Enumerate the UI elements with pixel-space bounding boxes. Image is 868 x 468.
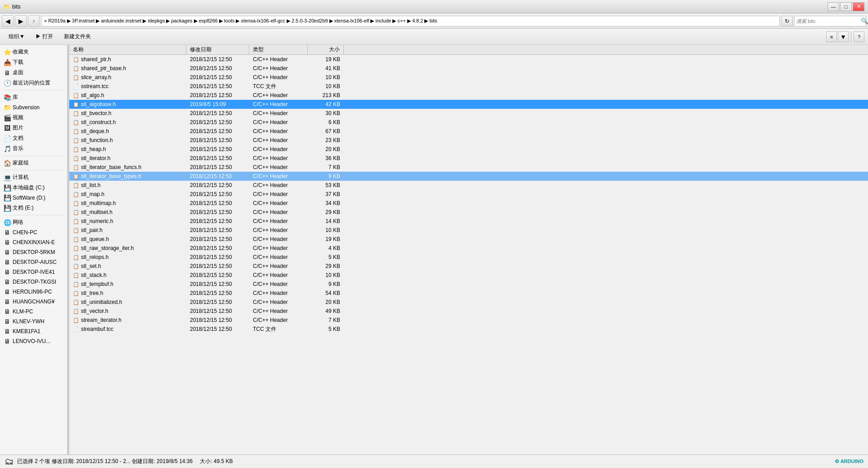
- minimize-button[interactable]: —: [828, 2, 839, 11]
- file-date-cell: 2018/12/15 12:50: [186, 209, 249, 216]
- table-row[interactable]: 📋 stl_heap.h 2018/12/15 12:50 C/C++ Head…: [69, 145, 868, 154]
- table-row[interactable]: 📋 stl_raw_storage_iter.h 2018/12/15 12:5…: [69, 244, 868, 253]
- search-input[interactable]: [795, 18, 861, 24]
- table-row[interactable]: 📋 stl_stack.h 2018/12/15 12:50 C/C++ Hea…: [69, 271, 868, 280]
- huangchang-icon: 🖥: [4, 298, 11, 305]
- up-button[interactable]: ↑: [28, 15, 40, 27]
- table-row[interactable]: 📋 shared_ptr_base.h 2018/12/15 12:50 C/C…: [69, 64, 868, 73]
- table-row[interactable]: 📋 stl_queue.h 2018/12/15 12:50 C/C++ Hea…: [69, 235, 868, 244]
- sidebar-item-network-header: 🌐 网络: [0, 217, 67, 227]
- refresh-button[interactable]: ↻: [781, 16, 793, 27]
- sidebar-item-download[interactable]: 📥 下载: [0, 57, 67, 67]
- open-button[interactable]: ▶ 打开: [31, 31, 58, 43]
- table-row[interactable]: 📋 stl_iterator.h 2018/12/15 12:50 C/C++ …: [69, 154, 868, 163]
- klm-pc-label: KLM-PC: [13, 308, 33, 315]
- table-row[interactable]: 📋 stl_relops.h 2018/12/15 12:50 C/C++ He…: [69, 253, 868, 262]
- sidebar-item-documents[interactable]: 📄 文档: [0, 133, 67, 143]
- back-button[interactable]: ◀: [2, 15, 13, 27]
- table-row[interactable]: 📋 stl_pair.h 2018/12/15 12:50 C/C++ Head…: [69, 226, 868, 235]
- sidebar-item-klm-pc[interactable]: 🖥 KLM-PC: [0, 307, 67, 316]
- new-folder-button[interactable]: 新建文件夹: [59, 31, 96, 43]
- sidebar-item-drive-e[interactable]: 💾 文档 (E:): [0, 203, 67, 213]
- file-size-cell: 36 KB: [308, 155, 344, 162]
- organize-button[interactable]: 组织▼: [4, 31, 30, 43]
- sidebar-item-video[interactable]: 🎬 视频: [0, 112, 67, 123]
- file-name-text: stl_raw_storage_iter.h: [81, 245, 134, 251]
- sidebar-item-drive-d[interactable]: 💾 SoftWare (D:): [0, 193, 67, 203]
- sidebar-item-drive-c[interactable]: 💾 本地磁盘 (C:): [0, 183, 67, 193]
- desktop-aiusc-label: DESKTOP-AIUSC: [13, 259, 57, 265]
- table-row[interactable]: 📋 stl_bvector.h 2018/12/15 12:50 C/C++ H…: [69, 109, 868, 118]
- table-row[interactable]: 📋 stl_numeric.h 2018/12/15 12:50 C/C++ H…: [69, 217, 868, 226]
- sidebar-item-lenovo[interactable]: 🖥 LENOVO-IVU...: [0, 336, 67, 346]
- sidebar: ⭐ 收藏夹 📥 下载 🖥 桌面 🕐 最近访问的位置 📚 库 📁 Subversi…: [0, 45, 67, 455]
- table-row[interactable]: 📋 stl_multimap.h 2018/12/15 12:50 C/C++ …: [69, 199, 868, 208]
- file-size-cell: 9 KB: [308, 281, 344, 288]
- file-date-cell: 2018/12/15 12:50: [186, 146, 249, 153]
- address-path[interactable]: « R2019a ▶ 3P.instrset ▶ arduinoide.inst…: [41, 16, 780, 27]
- sidebar-item-desktop-tkgsi[interactable]: 🖥 DESKTOP-TKGSI: [0, 277, 67, 287]
- file-icon: 📋: [73, 201, 79, 206]
- music-label: 音乐: [13, 145, 23, 152]
- table-row[interactable]: 📋 slice_array.h 2018/12/15 12:50 C/C++ H…: [69, 73, 868, 82]
- view-list-button[interactable]: ≡: [826, 31, 837, 42]
- maximize-button[interactable]: □: [840, 2, 852, 11]
- sidebar-item-chenxinxian[interactable]: 🖥 CHENXINXIAN-E: [0, 237, 67, 247]
- sidebar-item-huangchang[interactable]: 🖥 HUANGCHANG¥: [0, 297, 67, 307]
- arduino-text: ⚙ ARDUINO: [835, 459, 864, 464]
- col-header-date[interactable]: 修改日期: [186, 45, 249, 54]
- table-row[interactable]: 📋 stl_construct.h 2018/12/15 12:50 C/C++…: [69, 118, 868, 127]
- file-date-cell: 2018/12/15 12:50: [186, 74, 249, 81]
- table-row[interactable]: 📋 stl_iterator_base_types.h 2018/12/15 1…: [69, 172, 868, 181]
- sidebar-item-herolin[interactable]: 🖥 HEROLIN96-PC: [0, 287, 67, 297]
- help-button[interactable]: ?: [854, 31, 864, 42]
- file-date-cell: 2018/12/15 12:50: [186, 254, 249, 261]
- table-row[interactable]: 📋 stl_list.h 2018/12/15 12:50 C/C++ Head…: [69, 181, 868, 190]
- table-row[interactable]: 📋 shared_ptr.h 2018/12/15 12:50 C/C++ He…: [69, 55, 868, 64]
- col-header-name[interactable]: 名称: [69, 45, 186, 54]
- table-row[interactable]: 📋 stl_uninitialized.h 2018/12/15 12:50 C…: [69, 298, 868, 307]
- file-name-cell: 📋 stl_iterator.h: [69, 155, 186, 162]
- desktop-label: 桌面: [13, 69, 23, 76]
- forward-button[interactable]: ▶: [15, 15, 27, 27]
- table-row[interactable]: 📋 stl_tree.h 2018/12/15 12:50 C/C++ Head…: [69, 289, 868, 298]
- sidebar-item-music[interactable]: 🎵 音乐: [0, 143, 67, 154]
- file-date-cell: 2018/12/15 12:50: [186, 316, 249, 324]
- table-row[interactable]: 📋 stl_function.h 2018/12/15 12:50 C/C++ …: [69, 136, 868, 145]
- table-row[interactable]: 📋 stream_iterator.h 2018/12/15 12:50 C/C…: [69, 316, 868, 325]
- sidebar-item-subversion[interactable]: 📁 Subversion: [0, 103, 67, 112]
- documents-icon: 📄: [4, 135, 11, 142]
- sidebar-item-desktop-ive41[interactable]: 🖥 DESKTOP-IVE41: [0, 267, 67, 277]
- sidebar-item-kmeb1fa1[interactable]: 🖥 KMEB1FA1: [0, 326, 67, 336]
- table-row[interactable]: 📄 sstream.tcc 2018/12/15 12:50 TCC 文件 10…: [69, 82, 868, 91]
- table-row[interactable]: 📋 stl_algobase.h 2019/8/5 15:09 C/C++ He…: [69, 100, 868, 109]
- table-row[interactable]: 📄 streambuf.tcc 2018/12/15 12:50 TCC 文件 …: [69, 325, 868, 334]
- search-icon-button[interactable]: 🔍: [861, 16, 868, 26]
- table-row[interactable]: 📋 stl_deque.h 2018/12/15 12:50 C/C++ Hea…: [69, 127, 868, 136]
- view-details-button[interactable]: ▼: [838, 31, 849, 42]
- table-row[interactable]: 📋 stl_algo.h 2018/12/15 12:50 C/C++ Head…: [69, 91, 868, 100]
- file-name-text: stl_relops.h: [81, 254, 108, 260]
- close-button[interactable]: ✕: [853, 2, 864, 11]
- file-name-cell: 📋 stl_iterator_base_types.h: [69, 173, 186, 180]
- table-row[interactable]: 📋 stl_map.h 2018/12/15 12:50 C/C++ Heade…: [69, 190, 868, 199]
- sidebar-item-chen-pc[interactable]: 🖥 CHEN-PC: [0, 227, 67, 237]
- table-row[interactable]: 📋 stl_iterator_base_funcs.h 2018/12/15 1…: [69, 163, 868, 172]
- table-row[interactable]: 📋 stl_set.h 2018/12/15 12:50 C/C++ Heade…: [69, 262, 868, 271]
- table-row[interactable]: 📋 stl_tempbuf.h 2018/12/15 12:50 C/C++ H…: [69, 280, 868, 289]
- pictures-label: 图片: [13, 124, 23, 132]
- col-header-type[interactable]: 类型: [249, 45, 308, 54]
- sidebar-item-desktop-5rkm[interactable]: 🖥 DESKTOP-5RKM: [0, 247, 67, 257]
- file-date-cell: 2018/12/15 12:50: [186, 200, 249, 207]
- sidebar-item-desktop[interactable]: 🖥 桌面: [0, 67, 67, 78]
- col-header-size[interactable]: 大小: [308, 45, 344, 54]
- sidebar-item-klnev[interactable]: 🖥 KLNEV-YWH: [0, 316, 67, 326]
- sidebar-item-desktop-aiusc[interactable]: 🖥 DESKTOP-AIUSC: [0, 257, 67, 267]
- table-row[interactable]: 📋 stl_multiset.h 2018/12/15 12:50 C/C++ …: [69, 208, 868, 217]
- sidebar-item-recent[interactable]: 🕐 最近访问的位置: [0, 78, 67, 88]
- file-date-cell: 2018/12/15 12:50: [186, 83, 249, 90]
- table-row[interactable]: 📋 stl_vector.h 2018/12/15 12:50 C/C++ He…: [69, 307, 868, 316]
- status-selected-info: 已选择 2 个项 修改日期: 2018/12/15 12:50 - 2... 创…: [17, 458, 193, 465]
- music-icon: 🎵: [4, 145, 11, 152]
- sidebar-item-pictures[interactable]: 🖼 图片: [0, 123, 67, 133]
